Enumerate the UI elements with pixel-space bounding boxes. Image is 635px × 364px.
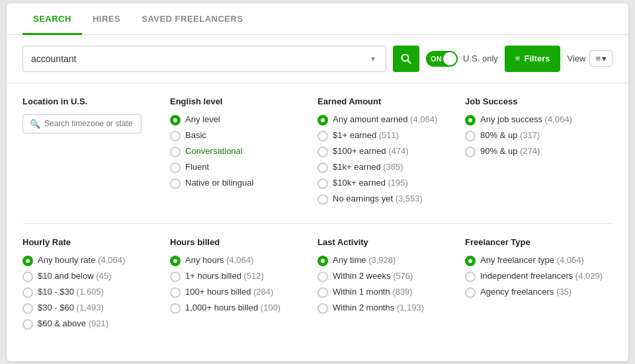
list-item[interactable]: $30 - $60 (1,493) — [22, 303, 170, 314]
hourly-rate-options: Any hourly rate (4,064) $10 and below (4… — [22, 255, 170, 330]
list-item[interactable]: $100+ earned (474) — [318, 146, 465, 157]
filter-col-earned: Earned Amount Any amount earned (4,064) … — [318, 96, 465, 205]
search-input[interactable] — [31, 54, 368, 64]
option-label: Any time (3,928) — [333, 255, 396, 265]
timezone-search-input[interactable] — [44, 119, 134, 128]
freelancer-type-title: Freelancer Type — [465, 237, 613, 247]
list-item[interactable]: Any job success (4,064) — [465, 114, 613, 126]
radio-60above — [22, 319, 33, 330]
list-item[interactable]: $1k+ earned (365) — [318, 162, 465, 173]
list-item[interactable]: 90% & up (274) — [465, 146, 613, 157]
svg-point-0 — [402, 54, 409, 61]
option-label: Any freelancer type (4,064) — [480, 255, 584, 265]
tab-saved-freelancers[interactable]: SAVED FREELANCERS — [131, 3, 253, 35]
list-item[interactable]: Any amount earned (4,064) — [318, 114, 465, 126]
toggle-knob — [443, 52, 456, 65]
list-item[interactable]: $10k+ earned (195) — [318, 178, 465, 189]
search-input-wrap: ▾ — [22, 46, 386, 72]
radio-10kplus — [318, 178, 328, 189]
list-item[interactable]: Agency freelancers (35) — [465, 287, 613, 298]
radio-1plus — [318, 131, 328, 141]
hours-billed-title: Hours billed — [170, 237, 318, 247]
option-label: Native or bilingual — [185, 178, 253, 188]
job-success-options: Any job success (4,064) 80% & up (317) 9… — [465, 114, 613, 157]
toggle-on-label: ON — [427, 55, 442, 63]
radio-any-hours — [170, 256, 181, 266]
tabs-container: SEARCH HIRES SAVED FREELANCERS — [7, 3, 628, 35]
list-item[interactable]: Native or bilingual — [170, 178, 318, 189]
list-item[interactable]: $60 & above (921) — [22, 318, 170, 330]
list-item[interactable]: Any hourly rate (4,064) — [22, 255, 170, 266]
tab-search[interactable]: SEARCH — [22, 3, 82, 35]
filter-row-1: Location in U.S. 🔍 English level Any lev… — [22, 96, 613, 205]
option-label: Basic — [185, 130, 206, 140]
option-label: $100+ earned (474) — [333, 146, 409, 156]
list-item[interactable]: Independent freelancers (4,029) — [465, 271, 613, 282]
list-item[interactable]: Conversational — [170, 146, 318, 157]
timezone-search-icon: 🔍 — [30, 119, 40, 129]
list-item[interactable]: Any freelancer type (4,064) — [465, 255, 613, 266]
option-label: 1,000+ hours billed (100) — [185, 303, 280, 312]
option-label: 90% & up (274) — [480, 146, 540, 156]
last-activity-options: Any time (3,928) Within 2 weeks (576) Wi… — [318, 255, 465, 314]
option-label: Any hourly rate (4,064) — [38, 255, 125, 265]
option-label: Within 2 months (1,193) — [333, 303, 424, 312]
radio-any-success — [465, 115, 476, 126]
location-title: Location in U.S. — [22, 96, 170, 106]
svg-line-1 — [408, 60, 411, 63]
option-label: Any amount earned (4,064) — [333, 114, 437, 124]
option-label: $1k+ earned (365) — [333, 162, 403, 172]
search-button[interactable] — [393, 46, 419, 72]
list-item[interactable]: Within 2 months (1,193) — [318, 303, 465, 314]
view-list-icon: ≡ — [595, 54, 601, 63]
radio-any-rate — [22, 256, 33, 266]
filter-col-freelancer-type: Freelancer Type Any freelancer type (4,0… — [465, 237, 613, 330]
filter-col-hours-billed: Hours billed Any hours (4,064) 1+ hours … — [170, 237, 318, 330]
list-item[interactable]: No earnings yet (3,553) — [318, 194, 465, 205]
radio-fluent — [170, 163, 181, 173]
tab-hires[interactable]: HIRES — [82, 3, 131, 35]
list-item[interactable]: Within 1 month (839) — [318, 287, 465, 298]
list-item[interactable]: Basic — [170, 130, 318, 141]
option-label: Within 2 weeks (576) — [333, 271, 413, 281]
list-item[interactable]: $1+ earned (511) — [318, 130, 465, 141]
list-item[interactable]: 80% & up (317) — [465, 130, 613, 141]
list-item[interactable]: Any hours (4,064) — [170, 255, 318, 266]
option-label: 80% & up (317) — [480, 130, 540, 140]
us-only-toggle[interactable]: ON — [426, 51, 458, 67]
hourly-rate-title: Hourly Rate — [22, 237, 170, 247]
filter-row-2: Hourly Rate Any hourly rate (4,064) $10 … — [22, 237, 613, 330]
option-label: Any hours (4,064) — [185, 255, 253, 265]
radio-any-amount — [318, 115, 328, 126]
list-item[interactable]: $10 and below (45) — [22, 271, 170, 282]
radio-10-30 — [22, 287, 33, 298]
list-item[interactable]: Within 2 weeks (576) — [318, 271, 465, 282]
option-label: Independent freelancers (4,029) — [480, 271, 603, 281]
option-label: Agency freelancers (35) — [480, 287, 572, 297]
filters-icon: ≡ — [515, 54, 521, 63]
list-item[interactable]: $10 - $30 (1,605) — [22, 287, 170, 298]
list-item[interactable]: Any level — [170, 114, 318, 126]
radio-10below — [22, 272, 33, 282]
view-toggle[interactable]: ≡ ▾ — [589, 50, 613, 67]
search-dropdown-arrow[interactable]: ▾ — [368, 54, 378, 63]
last-activity-title: Last Activity — [318, 237, 465, 247]
radio-1000hr-billed — [170, 303, 181, 314]
option-label: $10k+ earned (195) — [333, 178, 408, 188]
filters-button[interactable]: ≡ Filters — [505, 46, 561, 72]
list-item[interactable]: 1+ hours billed (512) — [170, 271, 318, 282]
list-item[interactable]: 100+ hours billed (284) — [170, 287, 318, 298]
freelancer-type-options: Any freelancer type (4,064) Independent … — [465, 255, 613, 298]
list-item[interactable]: 1,000+ hours billed (100) — [170, 303, 318, 314]
english-title: English level — [170, 96, 318, 106]
list-item[interactable]: Any time (3,928) — [318, 255, 465, 266]
list-item[interactable]: Fluent — [170, 162, 318, 173]
option-label: $10 and below (45) — [38, 271, 111, 281]
english-options: Any level Basic Conversational Fluent — [170, 114, 318, 189]
filter-col-location: Location in U.S. 🔍 — [22, 96, 170, 205]
radio-any-level — [170, 115, 181, 126]
option-label: $10 - $30 (1,605) — [38, 287, 104, 297]
option-label: $30 - $60 (1,493) — [38, 303, 104, 312]
radio-independent — [465, 272, 476, 282]
filter-col-hourly-rate: Hourly Rate Any hourly rate (4,064) $10 … — [22, 237, 170, 330]
